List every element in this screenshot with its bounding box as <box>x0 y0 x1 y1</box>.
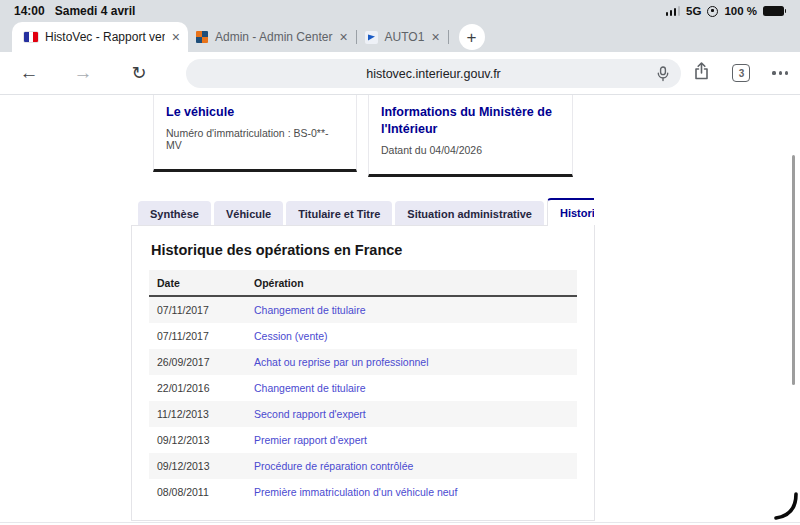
card-title: Informations du Ministère de l'Intérieur <box>381 104 560 138</box>
clock: 14:00 <box>14 4 45 18</box>
reload-button[interactable]: ↻ <box>124 52 154 94</box>
browser-tab-auto1[interactable]: AUTO1 × <box>365 22 440 52</box>
close-tab-icon[interactable]: × <box>339 30 347 44</box>
share-button[interactable] <box>693 61 710 85</box>
operation-link[interactable]: Procédure de réparation contrôlée <box>254 460 577 472</box>
microphone-icon[interactable] <box>656 66 670 86</box>
battery-icon <box>763 6 786 17</box>
table-row: 26/09/2017 Achat ou reprise par un profe… <box>149 349 577 375</box>
tab-historique[interactable]: Historique <box>547 198 594 226</box>
operation-link[interactable]: Achat ou reprise par un professionnel <box>254 356 577 368</box>
table-row: 09/12/2013 Premier rapport d'expert <box>149 427 577 453</box>
browser-tab-admin[interactable]: Admin - Admin Center × <box>196 22 348 52</box>
page-bottom-divider <box>0 522 800 523</box>
pen-stroke-annotation <box>770 489 800 523</box>
close-tab-icon[interactable]: × <box>431 30 439 44</box>
registration-number: Numéro d'immatriculation : BS-0**-MV <box>166 127 344 151</box>
operation-link[interactable]: Second rapport d'expert <box>254 408 577 420</box>
browser-tab-title: Admin - Admin Center <box>215 30 332 44</box>
operation-link[interactable]: Cession (vente) <box>254 330 577 342</box>
back-button[interactable]: ← <box>14 52 44 94</box>
ministry-info-card: Informations du Ministère de l'Intérieur… <box>368 95 573 177</box>
tab-separator <box>356 30 357 44</box>
web-page-content: Le véhicule Numéro d'immatriculation : B… <box>0 95 800 525</box>
browser-tab-strip: HistoVec - Rapport vend × Admin - Admin … <box>0 22 800 52</box>
date: Samedi 4 avril <box>55 4 136 18</box>
page-scrollbar[interactable] <box>792 155 795 385</box>
tab-separator <box>448 30 449 44</box>
tab-titulaire-et-titre[interactable]: Titulaire et Titre <box>286 201 392 226</box>
more-menu-button[interactable] <box>772 71 788 74</box>
historique-panel: Historique des opérations en France Date… <box>131 225 595 521</box>
card-title: Le véhicule <box>166 104 344 121</box>
tab-vehicule[interactable]: Véhicule <box>214 201 283 226</box>
battery-percent: 100 % <box>724 5 757 17</box>
column-header-operation: Opération <box>254 277 577 289</box>
signal-icon <box>666 6 681 16</box>
close-tab-icon[interactable]: × <box>172 30 180 44</box>
url-bar[interactable]: histovec.interieur.gouv.fr <box>186 59 681 88</box>
browser-tab-title: HistoVec - Rapport vend <box>45 30 165 44</box>
auto1-favicon-icon <box>365 31 378 44</box>
browser-tab-histovec[interactable]: HistoVec - Rapport vend × <box>12 22 188 52</box>
table-header-row: Date Opération <box>149 270 577 297</box>
operation-link[interactable]: Première immatriculation d'un véhicule n… <box>254 486 577 498</box>
column-header-date: Date <box>149 277 254 289</box>
report-date: Datant du 04/04/2026 <box>381 144 560 156</box>
operation-link[interactable]: Premier rapport d'expert <box>254 434 577 446</box>
tab-situation-administrative[interactable]: Situation administrative <box>395 201 544 226</box>
table-row: 07/11/2017 Cession (vente) <box>149 323 577 349</box>
french-flag-favicon-icon <box>24 32 38 42</box>
table-row: 11/12/2013 Second rapport d'expert <box>149 401 577 427</box>
table-row: 08/08/2011 Première immatriculation d'un… <box>149 479 577 505</box>
vehicle-card: Le véhicule Numéro d'immatriculation : B… <box>153 95 357 172</box>
network-type: 5G <box>686 5 701 17</box>
admin-favicon-icon <box>196 31 208 43</box>
table-row: 07/11/2017 Changement de titulaire <box>149 297 577 323</box>
operations-table: Date Opération 07/11/2017 Changement de … <box>149 270 577 505</box>
rotation-lock-icon <box>707 6 718 17</box>
tab-count-button[interactable]: 3 <box>732 64 750 82</box>
section-title: Historique des opérations en France <box>151 242 594 258</box>
table-row: 22/01/2016 Changement de titulaire <box>149 375 577 401</box>
report-tab-bar: Synthèse Véhicule Titulaire et Titre Sit… <box>138 198 594 226</box>
new-tab-button[interactable]: + <box>459 24 485 50</box>
operation-link[interactable]: Changement de titulaire <box>254 382 577 394</box>
browser-tab-title: AUTO1 <box>385 30 425 44</box>
url-text: histovec.interieur.gouv.fr <box>366 67 501 81</box>
tab-synthese[interactable]: Synthèse <box>138 201 211 226</box>
table-row: 09/12/2013 Procédure de réparation contr… <box>149 453 577 479</box>
browser-chrome: 14:00 Samedi 4 avril 5G 100 % HistoVec -… <box>0 0 800 95</box>
navigation-bar: ← → ↻ histovec.interieur.gouv.fr 3 <box>0 52 800 95</box>
status-bar: 14:00 Samedi 4 avril 5G 100 % <box>0 0 800 22</box>
forward-button: → <box>68 52 98 94</box>
operation-link[interactable]: Changement de titulaire <box>254 304 577 316</box>
